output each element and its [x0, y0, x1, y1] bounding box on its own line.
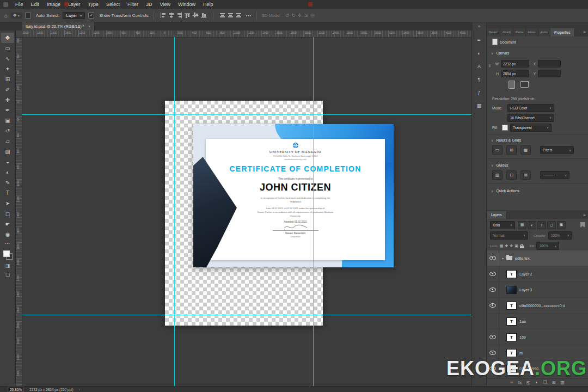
lock-transparency-icon[interactable]: ▦ [500, 244, 504, 248]
blur-tool[interactable]: ◒ [1, 157, 14, 167]
layer-visibility-toggle[interactable] [487, 298, 499, 313]
3d-roll-icon[interactable]: ↻ [291, 13, 296, 18]
opacity-dropdown[interactable]: 100% ∨ [548, 231, 572, 240]
tab-swatc[interactable]: Swatc [487, 28, 500, 36]
brush-tool[interactable]: ✒ [1, 105, 14, 115]
align-left-icon[interactable] [160, 13, 166, 18]
link-layers-icon[interactable]: ∞ [510, 381, 513, 385]
tab-histo[interactable]: Histo [526, 28, 538, 36]
type-tool[interactable]: T [1, 188, 14, 198]
zoom-tool[interactable]: ◉ [1, 229, 14, 240]
guide-horizontal[interactable] [22, 315, 473, 315]
shape-tool[interactable]: ◻ [1, 209, 14, 219]
menu-view[interactable]: View [156, 0, 174, 9]
guide-style-dropdown[interactable]: ∨ [540, 171, 569, 179]
layer-group-icon[interactable]: ❐ [543, 381, 547, 385]
brush-settings-icon[interactable]: ✒ [475, 36, 483, 44]
chevron-right-icon[interactable]: › [79, 388, 80, 391]
canvas-viewport[interactable]: UNIVERSITY OF MANKATO 711-2880 Nulla St.… [22, 37, 473, 387]
align-h-center-icon[interactable] [168, 13, 174, 18]
lock-artboard-icon[interactable]: ▣ [514, 244, 518, 248]
delete-layer-icon[interactable]: ▥ [560, 381, 565, 385]
mode-dropdown[interactable]: RGB Color ∨ [507, 104, 554, 112]
3d-pan-icon[interactable]: ✛ [298, 13, 302, 18]
bit-depth-dropdown[interactable]: 16 Bits/Channel ∨ [507, 114, 554, 122]
align-top-icon[interactable] [185, 13, 191, 18]
new-layer-icon[interactable]: ⊞ [552, 381, 556, 385]
vertical-ruler[interactable]: 8006004002000200400600800100012001400160… [15, 37, 22, 387]
auto-select-checkbox[interactable] [25, 13, 31, 19]
more-options-button[interactable]: ••• [246, 14, 252, 17]
clear-guides-icon[interactable]: ⊠ [520, 170, 531, 180]
tab-actio[interactable]: Actio [538, 28, 550, 36]
adjustments-icon[interactable]: ◐ [475, 50, 483, 57]
layer-name[interactable]: 169 [519, 335, 526, 339]
distribute-v-middle-icon[interactable] [228, 13, 234, 18]
show-transform-checkbox[interactable]: ✓ [88, 13, 94, 19]
panel-menu-icon[interactable]: ≡ [583, 213, 586, 218]
layer-row[interactable]: Layer 3 [487, 282, 588, 298]
close-icon[interactable]: × [88, 24, 91, 29]
gradient-tool[interactable]: ▨ [1, 146, 14, 157]
character-panel-icon[interactable]: A [475, 63, 483, 70]
document-tab[interactable]: Italy id.psd @ 20.7% (RGB/16) * × [22, 22, 95, 30]
tab-patte[interactable]: Patte [513, 28, 526, 36]
layer-row[interactable]: T169 [487, 329, 588, 345]
foreground-color-swatch[interactable] [3, 250, 10, 257]
x-input[interactable] [538, 60, 561, 68]
lock-pixels-icon[interactable]: ✚ [505, 244, 508, 248]
toggle-grid-icon[interactable]: ⊞ [506, 145, 517, 155]
panel-menu-icon[interactable]: ≡ [583, 30, 586, 35]
distribute-bottom-icon[interactable] [236, 13, 242, 18]
layer-name[interactable]: cilla0000000...ccccccc<0 d [519, 304, 565, 308]
guide-vertical[interactable] [174, 37, 175, 387]
pen-tool[interactable]: ✎ [1, 177, 14, 188]
layer-name[interactable]: Layer 2 [519, 272, 532, 276]
menu-select[interactable]: Select [102, 0, 124, 9]
layer-row[interactable]: TLayer 2 [487, 266, 588, 282]
layer-visibility-toggle[interactable] [487, 250, 499, 266]
layer-mask-icon[interactable]: ◱ [526, 381, 531, 385]
tab-properties[interactable]: Properties [550, 28, 575, 36]
marquee-tool[interactable]: ▭ [1, 43, 14, 53]
screen-mode-icon[interactable]: ▢ [5, 272, 10, 277]
dodge-tool[interactable]: ◐ [1, 167, 14, 177]
blend-mode-dropdown[interactable]: Normal ∨ [490, 231, 528, 240]
guide-vertical[interactable] [313, 37, 314, 387]
libraries-panel-icon[interactable]: ▦ [475, 102, 483, 109]
menu-3d[interactable]: 3D [142, 0, 156, 9]
home-icon[interactable]: ⌂ [4, 13, 8, 19]
layer-effects-icon[interactable]: fx [518, 381, 522, 385]
lasso-tool[interactable]: ∿ [1, 53, 14, 64]
collapse-panels-icon[interactable]: » [475, 23, 483, 29]
layer-name[interactable]: 1aa [519, 320, 526, 323]
quick-selection-tool[interactable]: ✦ [1, 64, 14, 74]
paragraph-panel-icon[interactable]: ¶ [475, 76, 483, 83]
move-tool[interactable]: ✥ [1, 33, 14, 43]
menu-edit[interactable]: Edit [27, 0, 44, 9]
auto-select-dropdown[interactable]: Layer ▾ [63, 12, 85, 19]
edit-toolbar-button[interactable]: ••• [5, 242, 10, 245]
menu-type[interactable]: Type [84, 0, 103, 9]
3d-slide-icon[interactable]: ⇲ [304, 13, 308, 18]
canvas-section-header[interactable]: ∨ Canvas [491, 49, 584, 57]
layer-name[interactable]: edite text [515, 256, 530, 260]
filter-pixel-layers-icon[interactable]: ▦ [518, 221, 526, 229]
quick-mask-icon[interactable]: ◨ [5, 263, 10, 268]
eraser-tool[interactable]: ▱ [1, 136, 14, 146]
toggle-rulers-icon[interactable]: ▭ [492, 145, 503, 155]
height-input[interactable]: 2854 px [501, 70, 529, 77]
tab-layers[interactable]: Layers [487, 211, 507, 219]
align-bottom-icon[interactable] [201, 13, 207, 18]
menu-window[interactable]: Window [174, 0, 199, 9]
lock-position-icon[interactable]: ✥ [510, 244, 513, 248]
layer-fill-dropdown[interactable]: 100% ∨ [536, 242, 559, 250]
filter-shape-layers-icon[interactable]: ◻ [547, 221, 556, 229]
filter-type-layers-icon[interactable]: T [537, 221, 546, 229]
active-tool-icon[interactable]: ✥ ▾ [11, 13, 22, 19]
app-icon[interactable] [3, 2, 8, 7]
rulers-grids-section-header[interactable]: ∨ Rulers & Grids [491, 136, 584, 144]
layer-name[interactable]: m [519, 351, 523, 355]
tab-gradi[interactable]: Gradi [500, 28, 513, 36]
filter-adjustment-layers-icon[interactable]: ◐ [528, 221, 536, 229]
